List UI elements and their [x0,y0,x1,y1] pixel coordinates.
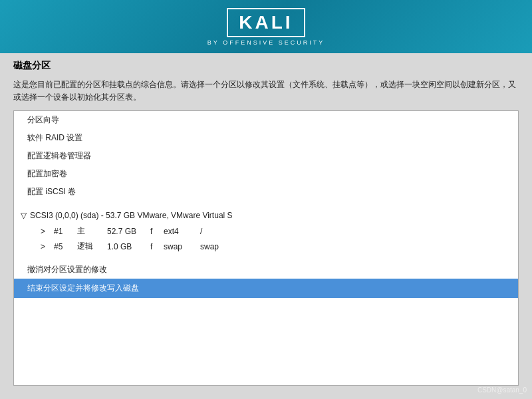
partition-panel: 分区向导 软件 RAID 设置 配置逻辑卷管理器 配置加密卷 配置 iSCSI … [13,110,519,386]
watermark: CSDN@satan_0 [477,386,527,394]
partition-row-1[interactable]: > #1 主 52.7 GB f ext4 / [14,223,518,239]
menu-item-lvm[interactable]: 配置逻辑卷管理器 [14,147,518,165]
menu-item-encrypt[interactable]: 配置加密卷 [14,165,518,183]
partition-size-1: 52.7 GB [107,227,150,236]
partition-num-1: #1 [54,227,77,236]
action-undo[interactable]: 撤消对分区设置的修改 [14,261,518,279]
partition-arrow-5: > [41,242,54,251]
partition-row-5[interactable]: > #5 逻辑 1.0 GB f swap swap [14,239,518,254]
menu-item-wizard[interactable]: 分区向导 [14,111,518,129]
partition-arrow-1: > [41,227,54,236]
partition-num-5: #5 [54,242,77,251]
main-content: 磁盘分区 这是您目前已配置的分区和挂载点的综合信息。请选择一个分区以修改其设置（… [0,53,532,399]
partition-type-5: 逻辑 [77,241,107,252]
page-description: 这是您目前已配置的分区和挂载点的综合信息。请选择一个分区以修改其设置（文件系统、… [13,78,519,104]
disk-label: SCSI3 (0,0,0) (sda) - 53.7 GB VMware, VM… [30,211,233,220]
menu-item-iscsi[interactable]: 配置 iSCSI 卷 [14,183,518,201]
kali-logo: KALI BY OFFENSIVE SECURITY [207,8,325,46]
action-finish[interactable]: 结束分区设定并将修改写入磁盘 [14,279,518,298]
partition-flag-1: f [150,227,164,236]
menu-item-raid[interactable]: 软件 RAID 设置 [14,129,518,147]
partition-fs-1: ext4 [164,227,200,236]
partition-fs-5: swap [164,242,200,251]
page-title: 磁盘分区 [13,60,519,72]
partition-mount-5: swap [200,242,233,251]
partition-flag-5: f [150,242,164,251]
partition-type-1: 主 [77,225,107,237]
disk-header[interactable]: ▽ SCSI3 (0,0,0) (sda) - 53.7 GB VMware, … [14,207,518,223]
kali-title: KALI [227,8,305,37]
disk-expand-icon: ▽ [21,211,27,220]
partition-size-5: 1.0 GB [107,242,150,251]
header: KALI BY OFFENSIVE SECURITY [0,0,532,53]
partition-mount-1: / [200,227,233,236]
kali-subtitle: BY OFFENSIVE SECURITY [207,39,325,46]
